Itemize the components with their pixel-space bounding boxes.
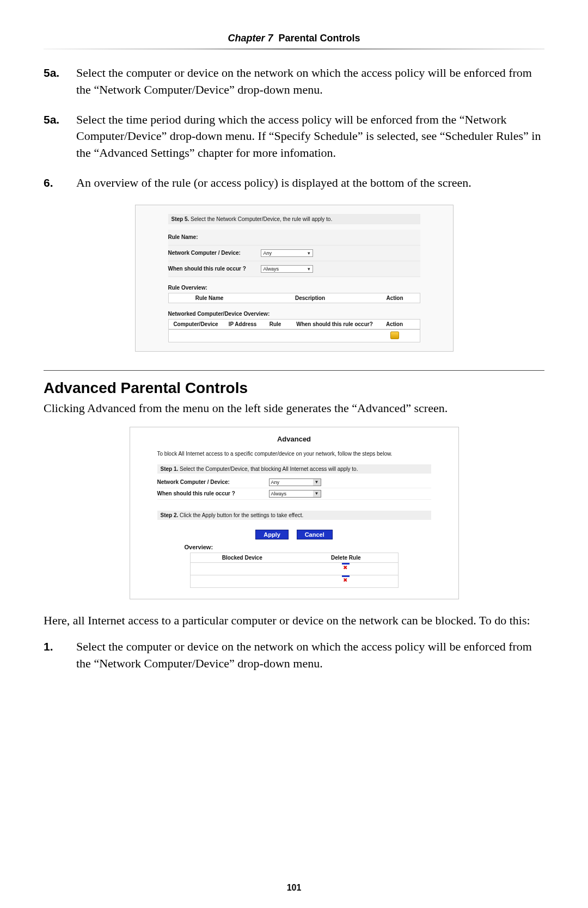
- step1-text: Select the Computer/Device, that blockin…: [180, 466, 358, 472]
- step-number: 1.: [44, 639, 69, 672]
- col-blocked-device: Blocked Device: [191, 555, 295, 561]
- when-label: When should this rule occur ?: [168, 265, 261, 273]
- adv-overview-label: Overview:: [185, 544, 431, 550]
- advanced-step1-band: Step 1. Select the Computer/Device, that…: [157, 464, 431, 474]
- col-rule: Rule: [262, 321, 289, 327]
- when-select-value: Always: [264, 266, 279, 272]
- device-select-value: Any: [264, 250, 272, 256]
- device-overview-header: Computer/Device IP Address Rule When sho…: [168, 319, 420, 329]
- step2-label: Step 2.: [161, 512, 179, 518]
- adv-device-select[interactable]: Any ▼: [269, 478, 321, 486]
- device-overview-label: Networked Computer/Device Overview:: [168, 311, 420, 317]
- step-text: Select the time period during which the …: [76, 112, 544, 162]
- figure-step5-header: Step 5. Select the Network Computer/Devi…: [168, 214, 420, 224]
- rule-name-label: Rule Name:: [168, 233, 261, 241]
- adv-when-row: When should this rule occur ? Always ▼: [157, 488, 431, 500]
- cancel-button[interactable]: Cancel: [297, 530, 333, 539]
- button-bar: Apply Cancel: [157, 530, 431, 539]
- chevron-down-icon: ▼: [315, 491, 319, 496]
- step-text: Select the computer or device on the net…: [76, 639, 544, 672]
- edit-icon[interactable]: [390, 332, 399, 339]
- step-item: 5a. Select the time period during which …: [44, 112, 544, 162]
- step-text: Select the computer or device on the net…: [76, 65, 544, 99]
- device-select[interactable]: Any ▾: [261, 249, 313, 257]
- adv-when-select[interactable]: Always ▼: [269, 490, 321, 498]
- when-row: When should this rule occur ? Always ▾: [168, 261, 420, 277]
- delete-icon[interactable]: [342, 577, 350, 585]
- adv-device-value: Any: [271, 480, 280, 485]
- body: 5a. Select the computer or device on the…: [44, 65, 544, 672]
- advanced-panel-intro: To block All Internet access to a specif…: [157, 451, 431, 457]
- adv-overview-header: Blocked Device Delete Rule: [190, 553, 399, 563]
- chevron-down-icon: ▾: [308, 250, 310, 256]
- step5-text: Select the Network Computer/Device, the …: [191, 216, 332, 222]
- step-number: 5a.: [44, 112, 69, 162]
- chapter-title: Parental Controls: [279, 33, 360, 44]
- advanced-step2-band: Step 2. Click the Apply button for the s…: [157, 511, 431, 520]
- col-when: When should this rule occur?: [289, 321, 381, 327]
- figure-advanced-panel: Advanced To block All Internet access to…: [130, 427, 459, 599]
- chevron-down-icon: ▾: [308, 266, 310, 272]
- step-item: 6. An overview of the rule (or access po…: [44, 175, 544, 192]
- col-device: Computer/Device: [169, 321, 223, 327]
- col-delete-rule: Delete Rule: [294, 555, 398, 561]
- step2-text: Click the Apply button for the settings …: [180, 512, 303, 518]
- advanced-intro: Clicking Advanced from the menu on the l…: [44, 400, 544, 417]
- step-item: 5a. Select the computer or device on the…: [44, 65, 544, 99]
- document-page: Chapter 7 Parental Controls 5a. Select t…: [0, 0, 588, 908]
- adv-overview-row: [190, 563, 399, 575]
- delete-icon[interactable]: [342, 565, 350, 572]
- step-number: 6.: [44, 175, 69, 192]
- step-number: 5a.: [44, 65, 69, 99]
- apply-button[interactable]: Apply: [255, 530, 289, 539]
- step-text: An overview of the rule (or access polic…: [76, 175, 544, 192]
- advanced-heading: Advanced Parental Controls: [44, 379, 544, 397]
- step-item: 1. Select the computer or device on the …: [44, 639, 544, 672]
- device-label: Network Computer / Device:: [168, 249, 261, 257]
- device-row: Network Computer / Device: Any ▾: [168, 246, 420, 261]
- chapter-header: Chapter 7 Parental Controls: [44, 33, 544, 44]
- col-rule-name: Rule Name: [169, 295, 250, 301]
- adv-overview-row: [190, 575, 399, 588]
- advanced-panel-title: Advanced: [157, 435, 431, 443]
- rule-name-row: Rule Name:: [168, 230, 420, 246]
- section-divider: [44, 370, 544, 371]
- chapter-prefix: Chapter 7: [228, 33, 273, 44]
- col-action: Action: [381, 321, 408, 327]
- adv-when-value: Always: [271, 491, 287, 496]
- after-figure2-text: Here, all Internet access to a particula…: [44, 612, 544, 629]
- rule-overview-header: Rule Name Description Action: [168, 293, 420, 303]
- step5-label: Step 5.: [171, 216, 189, 222]
- adv-device-label: Network Computer / Device:: [157, 479, 269, 485]
- when-select[interactable]: Always ▾: [261, 265, 313, 273]
- figure-step5-panel: Step 5. Select the Network Computer/Devi…: [135, 205, 454, 352]
- adv-when-label: When should this rule occur ?: [157, 490, 269, 496]
- adv-device-row: Network Computer / Device: Any ▼: [157, 477, 431, 488]
- step1-label: Step 1.: [161, 466, 179, 472]
- page-number: 101: [0, 883, 588, 893]
- col-ip: IP Address: [223, 321, 262, 327]
- col-description: Description: [250, 295, 370, 301]
- col-action: Action: [370, 295, 420, 301]
- rule-overview-label: Rule Overview:: [168, 285, 420, 291]
- header-divider: [44, 48, 544, 50]
- device-overview-row: [168, 329, 420, 342]
- chevron-down-icon: ▼: [315, 480, 319, 484]
- rule-name-value: [261, 236, 420, 238]
